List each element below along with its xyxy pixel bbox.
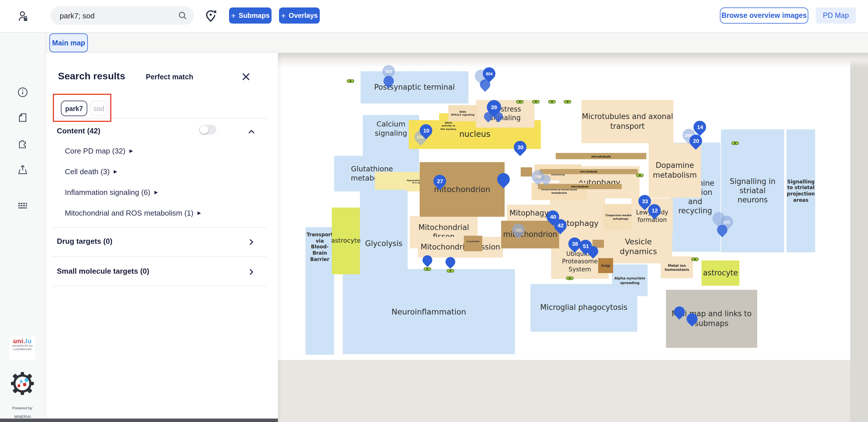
content-item[interactable]: Mitochondrial and ROS metabolism (1)▶ <box>65 209 201 217</box>
search-icon[interactable] <box>178 11 187 20</box>
chevron-right-icon[interactable] <box>247 238 255 246</box>
mitochondrion-2[interactable]: mitochondrion <box>501 221 559 248</box>
map-element-marker[interactable] <box>691 258 699 261</box>
astrocyte-left[interactable]: astrocyte <box>332 207 360 274</box>
map-element-marker[interactable] <box>548 100 556 104</box>
powered-by-line: Powered by: <box>0 406 45 410</box>
vesicle-dynamics-label: Vesicle dynamics <box>620 237 657 256</box>
map-element-marker[interactable] <box>347 79 354 83</box>
clear-markers-icon[interactable] <box>203 9 218 24</box>
neuroinflammation[interactable]: Neuroinflammation <box>343 269 515 354</box>
caret-right-icon: ▶ <box>154 190 158 195</box>
mitochondrion-main[interactable]: mitochondrion <box>420 162 505 217</box>
nfe2l2-signaling[interactable]: 80S6 NFE2L2 signaling <box>448 105 477 121</box>
info-icon[interactable] <box>17 87 28 98</box>
signalling-striatal-neurons-label: Signalling in striatal neurons <box>721 177 784 205</box>
alpha-syn-box[interactable]: α-synuclein <box>464 236 482 251</box>
browse-overview-images-button[interactable]: Browse overview images <box>720 7 808 24</box>
microtubules-axonal-transport-label: Microtubules and axonal transport <box>582 112 673 131</box>
plus-icon: + <box>281 11 286 20</box>
caret-right-icon: ▶ <box>129 148 133 153</box>
close-icon[interactable] <box>242 73 250 81</box>
user-lock-icon[interactable] <box>16 9 30 23</box>
signalling-projection-areas-label: Signalling to striatal projection areas <box>787 179 815 203</box>
section-content[interactable]: Content (42) <box>57 126 100 135</box>
nucleus-label: nucleus <box>459 130 490 140</box>
map-viewport[interactable]: Postsynaptic terminalCalcium signalingGl… <box>278 53 868 422</box>
content-item[interactable]: Cell death (3)▶ <box>65 167 117 176</box>
microtubules-axonal-transport[interactable]: Microtubules and axonal transport <box>582 100 673 143</box>
signalling-striatal-neurons[interactable]: Signalling in striatal neurons <box>721 129 784 252</box>
powered-by-line: MINERVA <box>0 415 45 419</box>
microglial-phagocytosis-label: Microglial phagocytosis <box>540 303 627 313</box>
map-outside-strip <box>850 53 868 422</box>
astrocyte-right[interactable]: astrocyte <box>702 260 739 286</box>
caret-right-icon: ▶ <box>197 210 201 216</box>
search-bar <box>51 6 194 25</box>
map-top-fade <box>278 53 868 68</box>
astrocyte-left-label: astrocyte <box>331 237 361 245</box>
plus-icon: + <box>231 11 236 20</box>
overlays-button[interactable]: +Overlays <box>279 7 320 24</box>
export-icon[interactable] <box>17 164 28 175</box>
alpha-synuclein-spreading-label: Alpha-synuclein spreading <box>614 276 645 285</box>
map-element-marker[interactable] <box>732 141 739 145</box>
neuroinflammation-label: Neuroinflammation <box>392 307 466 316</box>
map-element-marker[interactable] <box>516 100 524 104</box>
left-toolbar: uni.lu UNIVERSITÉ DU LUXEMBOURG Powered … <box>0 32 46 422</box>
mitochondria-associated-membrane-label: Mitochondria-associated membrane <box>541 188 577 195</box>
query-tab-park7[interactable]: park7 <box>61 101 87 116</box>
map-element-marker[interactable] <box>566 277 574 280</box>
metal-ion-homeostasis[interactable]: Metal ion homeostasis <box>661 256 693 278</box>
microtubule-bar[interactable]: microtubule <box>539 169 638 174</box>
pale-strip[interactable] <box>375 172 407 190</box>
postsynaptic-terminal[interactable]: Postsynaptic terminal <box>361 71 468 104</box>
pd-map-button[interactable]: PD Map <box>816 7 856 24</box>
metal-ion-homeostasis-label: Metal ion homeostasis <box>664 263 689 272</box>
search-input[interactable] <box>51 11 175 20</box>
golgi[interactable]: Golgi <box>598 258 613 273</box>
map-element-marker[interactable] <box>446 269 454 273</box>
map-element-marker[interactable] <box>532 100 539 104</box>
chevron-right-icon[interactable] <box>247 268 255 276</box>
chevron-up-icon[interactable] <box>247 128 255 136</box>
map-element-marker[interactable] <box>564 100 571 104</box>
perfect-match-toggle[interactable] <box>199 125 216 135</box>
transport-bbb-label: Transport via Blood-Brain Barrier <box>305 232 334 262</box>
mitochondrial-fussion[interactable]: Mitochondrial fussion <box>418 237 503 258</box>
signalling-projection-areas[interactable]: Signalling to striatal projection areas <box>786 129 815 252</box>
alpha-syn-box-label: α-synuclein <box>466 240 479 243</box>
calcium-signaling-label: Calcium signaling <box>375 120 407 138</box>
mitochondrial-fussion-label: Mitochondrial fussion <box>421 243 500 252</box>
section-drug-targets[interactable]: Drug targets (0) <box>57 237 113 246</box>
unilu-logo: uni.lu UNIVERSITÉ DU LUXEMBOURG <box>10 336 35 361</box>
transport-bbb[interactable]: Transport via Blood-Brain Barrier <box>305 227 334 355</box>
search-results-panel: Search results Perfect match park7 sod C… <box>45 53 278 422</box>
mitophagy[interactable]: Mitophagy <box>507 205 551 222</box>
content-item[interactable]: Inflammation signaling (6)▶ <box>65 188 158 197</box>
microtubule-bar[interactable]: microtubule <box>538 184 622 189</box>
map-element-marker[interactable] <box>424 268 431 271</box>
top-bar: +Submaps +Overlays Browse overview image… <box>0 0 868 33</box>
minerva-logo <box>10 371 35 396</box>
perfect-match-label: Perfect match <box>146 73 193 81</box>
submaps-button[interactable]: +Submaps <box>229 7 272 24</box>
tiny-brown-1[interactable] <box>521 167 532 176</box>
section-small-molecule-targets[interactable]: Small molecule targets (0) <box>57 267 149 275</box>
content-item[interactable]: Core PD map (32)▶ <box>65 147 133 155</box>
legend-page-icon[interactable] <box>17 112 28 123</box>
dopamine-metabolism[interactable]: Dopamine metabolism <box>649 143 701 198</box>
tab-main-map[interactable]: Main map <box>50 33 88 52</box>
horizontal-scrollbar[interactable] <box>0 419 278 422</box>
nfe2l2-signaling-label: 80S6 NFE2L2 signaling <box>451 110 474 116</box>
plugins-puzzle-icon[interactable] <box>17 139 28 149</box>
microtubule-bar[interactable]: microtubule <box>556 153 646 159</box>
alpha-synuclein-spreading[interactable]: Alpha-synuclein spreading <box>612 264 648 296</box>
overview-grid-icon[interactable] <box>17 200 28 211</box>
map-element-marker[interactable] <box>636 174 644 177</box>
caret-right-icon: ▶ <box>114 169 117 174</box>
astrocyte-right-label: astrocyte <box>703 269 738 278</box>
panel-title: Search results <box>58 71 125 82</box>
snca-activity-label: SNCA activity in the nucleus <box>441 121 456 131</box>
query-tab-sod[interactable]: sod <box>90 101 107 116</box>
